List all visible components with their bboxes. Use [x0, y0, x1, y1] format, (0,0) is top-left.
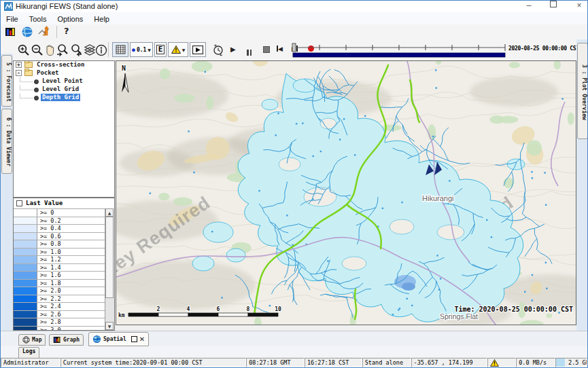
tab-data-viewer[interactable]: 6 : Data Viewer	[1, 109, 12, 174]
stop-icon[interactable]	[263, 46, 270, 53]
pan-hand-icon[interactable]	[43, 43, 56, 57]
pause-icon[interactable]	[247, 46, 252, 58]
bar-chart-icon	[53, 336, 61, 344]
svg-text:10: 10	[275, 306, 281, 312]
minimize-icon[interactable]: –	[519, 1, 539, 12]
legend-row: >= 2.4	[14, 303, 105, 311]
tree-item[interactable]: -Pocket	[14, 69, 114, 77]
close-icon[interactable]: ×	[569, 1, 588, 12]
legend-color-swatch	[14, 256, 37, 263]
skip-start-icon[interactable]: ◀	[277, 45, 283, 52]
animation-clock-icon[interactable]	[211, 43, 225, 57]
database-chart-icon[interactable]	[4, 26, 18, 38]
status-cell: Stand alone	[362, 358, 411, 367]
status-cell: 2.5 GB	[555, 358, 587, 367]
scroll-down-icon[interactable]: ▼	[105, 322, 114, 330]
menu-item-file[interactable]: File	[1, 14, 24, 23]
last-value-checkbox[interactable]	[16, 200, 22, 206]
legend-color-swatch	[14, 209, 37, 217]
tab-graph[interactable]: Graph	[49, 334, 84, 346]
tree-label: Level Grid	[41, 86, 80, 93]
legend-color-swatch	[14, 280, 37, 287]
collapse-icon[interactable]: -	[16, 70, 22, 76]
main-toolbar: ?	[1, 24, 587, 40]
legend-color-swatch	[14, 233, 37, 240]
tree-item[interactable]: Level Grid	[14, 86, 114, 94]
legend-class-label: >= 0.6	[37, 233, 61, 240]
info-icon[interactable]	[94, 43, 108, 57]
tree-item[interactable]: Level Point	[14, 77, 114, 86]
movie-export-icon[interactable]	[190, 42, 206, 57]
legend-class-label: >= 0.8	[37, 240, 61, 248]
legend-color-swatch	[14, 303, 37, 310]
status-cell: Administrator	[1, 358, 60, 367]
legend-row: >= 1.4	[14, 264, 105, 272]
legend-scrollbar[interactable]: ▲ ▼	[105, 208, 114, 330]
timeseries-dialog-icon[interactable]	[38, 26, 52, 38]
legend-row: >= 1.2	[14, 256, 105, 264]
leaf-bullet-icon	[34, 96, 39, 100]
legend-color-swatch	[14, 287, 37, 295]
legend-row: >= 2.6	[14, 311, 105, 319]
legend-class-label: >= 0	[37, 209, 54, 217]
labels-icon[interactable]: E	[154, 42, 167, 57]
zoom-out-icon[interactable]	[31, 43, 44, 57]
legend-row: >= 2.8	[14, 318, 105, 327]
scroll-up-icon[interactable]: ▲	[105, 208, 114, 217]
expand-icon[interactable]: +	[16, 62, 22, 68]
zoom-next-icon[interactable]	[69, 43, 83, 57]
legend-row: >= 0	[14, 209, 105, 217]
legend-row: >= 0.2	[14, 217, 105, 225]
legend-class-label: >= 2.0	[37, 287, 61, 295]
tab-plot-overview[interactable]: 3 : Plot Overview	[577, 43, 588, 139]
close-panel-icon[interactable]: ✕	[139, 335, 145, 343]
legend-class-label: >= 1.8	[37, 280, 61, 287]
bottom-tab-bar: Map Graph Spatial ✕	[1, 331, 587, 347]
legend-class-label: >= 0.2	[37, 217, 61, 225]
tree-item[interactable]: Depth Grid	[14, 94, 114, 102]
status-cell: -35.657 , 174.199	[411, 358, 488, 367]
value-threshold-dropdown[interactable]: ●0.1▼	[130, 42, 153, 57]
timeline-slider[interactable]	[291, 42, 507, 58]
help-icon[interactable]: ?	[64, 26, 69, 36]
tab-map[interactable]: Map	[18, 334, 46, 346]
legend-class-label: >= 2.8	[37, 318, 61, 326]
legend-title: Last Value	[26, 200, 63, 206]
app-icon	[4, 2, 13, 11]
timeline-handle	[292, 43, 296, 52]
svg-text:km: km	[118, 312, 125, 318]
globe-icon[interactable]	[21, 26, 35, 38]
legend-row: >= 1.0	[14, 249, 105, 257]
svg-text:2: 2	[157, 306, 160, 312]
legend-color-swatch	[14, 311, 37, 318]
legend-class-label: >= 0.4	[37, 225, 61, 232]
folder-icon	[24, 62, 33, 68]
tab-spatial[interactable]: Spatial ✕	[88, 332, 149, 346]
status-cell: 08:27:18 GMT	[246, 358, 305, 367]
play-icon[interactable]: ▶	[230, 45, 236, 53]
maximize-icon[interactable]	[543, 1, 564, 12]
logs-row: Logs	[1, 346, 587, 358]
scroll-thumb[interactable]	[105, 217, 114, 298]
warning-dropdown[interactable]: ▼	[168, 42, 188, 57]
zoom-in-icon[interactable]	[17, 43, 31, 57]
status-cell: 0.0 MB/s	[516, 358, 555, 367]
legend-row: >= 0.6	[14, 233, 105, 241]
tree-label: Pocket	[35, 69, 60, 77]
map-view[interactable]: API Key Required API Key Required	[116, 60, 576, 325]
menu-item-tools[interactable]: Tools	[24, 14, 52, 23]
menu-item-options[interactable]: Options	[52, 14, 88, 23]
grid-icon[interactable]	[112, 42, 128, 57]
menu-item-help[interactable]: Help	[88, 14, 115, 23]
locality-label: Springs Flat	[440, 312, 478, 320]
timeline-progress-bar	[293, 53, 505, 57]
legend-color-swatch	[14, 318, 37, 326]
legend-class-label: >= 1.0	[37, 249, 61, 256]
legend-class-list: >= 0>= 0.2>= 0.4>= 0.6>= 0.8>= 1.0>= 1.2…	[14, 209, 105, 331]
tab-forecast[interactable]: 5 : Forecast	[1, 55, 12, 107]
maximize-panel-icon[interactable]	[131, 336, 137, 342]
legend-row: >= 1.6	[14, 272, 105, 280]
legend-color-swatch	[14, 272, 37, 279]
zoom-previous-icon[interactable]	[56, 43, 69, 57]
window-title: Hikurangi FEWS (Stand alone)	[16, 2, 118, 10]
